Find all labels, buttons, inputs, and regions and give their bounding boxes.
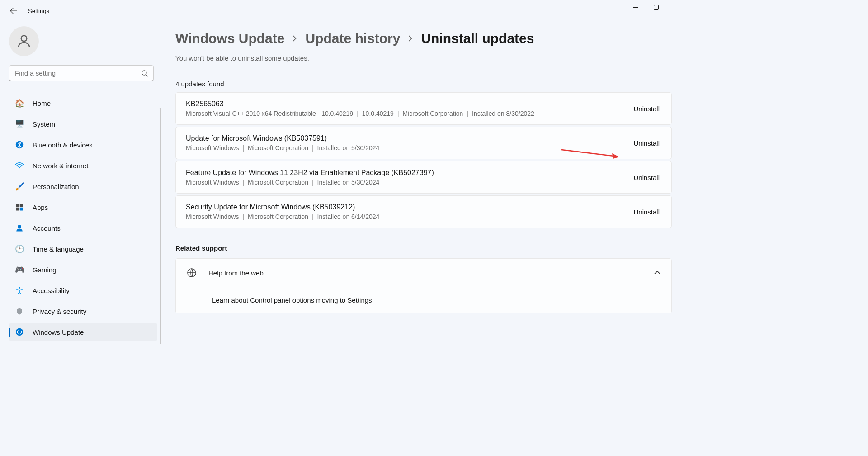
nav-label: Gaming bbox=[33, 266, 57, 274]
nav-personalization[interactable]: 🖌️Personalization bbox=[9, 177, 157, 195]
back-button[interactable] bbox=[9, 6, 18, 15]
nav-accessibility[interactable]: Accessibility bbox=[9, 281, 157, 299]
chevron-right-icon bbox=[292, 35, 298, 42]
nav-accounts[interactable]: Accounts bbox=[9, 219, 157, 237]
uninstall-button[interactable]: Uninstall bbox=[632, 171, 661, 184]
nav-apps[interactable]: Apps bbox=[9, 198, 157, 216]
close-button[interactable] bbox=[666, 0, 687, 14]
breadcrumb-item[interactable]: Update history bbox=[305, 31, 400, 46]
update-icon bbox=[14, 327, 24, 337]
accounts-icon bbox=[14, 223, 24, 233]
nav-system[interactable]: 🖥️System bbox=[9, 115, 157, 133]
nav-bluetooth[interactable]: Bluetooth & devices bbox=[9, 136, 157, 154]
nav-windows-update[interactable]: Windows Update bbox=[9, 323, 157, 341]
nav-gaming[interactable]: 🎮Gaming bbox=[9, 261, 157, 279]
update-meta-part: Microsoft Windows bbox=[186, 213, 239, 220]
maximize-icon bbox=[654, 5, 659, 10]
update-meta: Microsoft Windows|Microsoft Corporation|… bbox=[186, 179, 434, 186]
window-controls bbox=[625, 0, 687, 14]
person-icon bbox=[16, 33, 32, 49]
nav-label: Apps bbox=[33, 204, 48, 211]
nav-network[interactable]: Network & internet bbox=[9, 157, 157, 175]
help-card: Help from the web Learn about Control pa… bbox=[175, 258, 672, 314]
uninstall-button[interactable]: Uninstall bbox=[632, 205, 661, 218]
breadcrumb: Windows Update Update history Uninstall … bbox=[175, 31, 672, 46]
search-icon bbox=[141, 70, 148, 77]
nav-home[interactable]: 🏠Home bbox=[9, 94, 157, 112]
update-meta-part: Installed on 8/30/2022 bbox=[472, 110, 534, 117]
system-icon: 🖥️ bbox=[14, 119, 24, 129]
nav-label: Time & language bbox=[33, 245, 84, 253]
page-subtitle: You won't be able to uninstall some upda… bbox=[175, 54, 672, 62]
update-info: Security Update for Microsoft Windows (K… bbox=[186, 203, 379, 220]
nav-label: Accounts bbox=[33, 224, 61, 232]
separator: | bbox=[312, 144, 314, 152]
nav-label: Privacy & security bbox=[33, 308, 86, 315]
app-title: Settings bbox=[28, 8, 49, 14]
sidebar-scrollbar[interactable] bbox=[160, 108, 161, 344]
wifi-icon bbox=[14, 161, 24, 171]
update-meta: Microsoft Windows|Microsoft Corporation|… bbox=[186, 144, 379, 152]
separator: | bbox=[312, 213, 314, 220]
update-title: Security Update for Microsoft Windows (K… bbox=[186, 203, 379, 211]
update-title: Update for Microsoft Windows (KB5037591) bbox=[186, 134, 379, 142]
uninstall-button[interactable]: Uninstall bbox=[632, 102, 661, 115]
svg-rect-0 bbox=[654, 5, 658, 10]
nav-label: Network & internet bbox=[33, 162, 88, 170]
avatar bbox=[9, 26, 39, 56]
updates-count: 4 updates found bbox=[175, 80, 672, 88]
nav-label: Personalization bbox=[33, 183, 79, 190]
sidebar: 🏠Home 🖥️System Bluetooth & devices Netwo… bbox=[0, 22, 163, 358]
update-meta-part: Microsoft Corporation bbox=[248, 144, 308, 152]
gamepad-icon: 🎮 bbox=[14, 265, 24, 275]
nav-time-language[interactable]: 🕒Time & language bbox=[9, 240, 157, 258]
maximize-button[interactable] bbox=[646, 0, 666, 14]
update-meta-part: Microsoft Visual C++ 2010 x64 Redistribu… bbox=[186, 110, 353, 117]
help-card-header[interactable]: Help from the web bbox=[176, 259, 671, 287]
update-card: Feature Update for Windows 11 23H2 via E… bbox=[175, 161, 672, 194]
search-input[interactable] bbox=[9, 65, 154, 81]
nav-label: Windows Update bbox=[33, 328, 84, 336]
update-info: Update for Microsoft Windows (KB5037591)… bbox=[186, 134, 379, 152]
nav-label: Accessibility bbox=[33, 287, 70, 294]
nav-privacy[interactable]: Privacy & security bbox=[9, 302, 157, 320]
update-meta-part: Microsoft Corporation bbox=[248, 179, 308, 186]
update-title: KB2565063 bbox=[186, 100, 534, 108]
chevron-up-icon bbox=[654, 270, 660, 276]
content-area: Windows Update Update history Uninstall … bbox=[163, 22, 687, 358]
update-meta-part: Installed on 6/14/2024 bbox=[317, 213, 380, 220]
close-icon bbox=[675, 5, 679, 10]
svg-rect-8 bbox=[20, 208, 23, 211]
related-support-heading: Related support bbox=[175, 244, 672, 252]
update-meta: Microsoft Visual C++ 2010 x64 Redistribu… bbox=[186, 110, 534, 117]
breadcrumb-current: Uninstall updates bbox=[421, 31, 534, 46]
nav-list: 🏠Home 🖥️System Bluetooth & devices Netwo… bbox=[9, 94, 157, 341]
minimize-button[interactable] bbox=[625, 0, 646, 14]
uninstall-button[interactable]: Uninstall bbox=[632, 137, 661, 150]
svg-rect-6 bbox=[20, 204, 23, 207]
arrow-left-icon bbox=[10, 7, 17, 14]
svg-point-11 bbox=[16, 328, 24, 336]
update-card: KB2565063Microsoft Visual C++ 2010 x64 R… bbox=[175, 92, 672, 125]
chevron-right-icon bbox=[407, 35, 414, 42]
separator: | bbox=[242, 179, 244, 186]
profile-area[interactable] bbox=[9, 26, 157, 56]
update-meta: Microsoft Windows|Microsoft Corporation|… bbox=[186, 213, 379, 220]
brush-icon: 🖌️ bbox=[14, 181, 24, 191]
update-info: Feature Update for Windows 11 23H2 via E… bbox=[186, 169, 434, 186]
nav-label: Home bbox=[33, 100, 51, 107]
separator: | bbox=[312, 179, 314, 186]
help-title: Help from the web bbox=[208, 269, 654, 277]
breadcrumb-item[interactable]: Windows Update bbox=[175, 31, 284, 46]
search-box bbox=[9, 65, 154, 81]
update-title: Feature Update for Windows 11 23H2 via E… bbox=[186, 169, 434, 177]
separator: | bbox=[397, 110, 399, 117]
apps-icon bbox=[14, 202, 24, 212]
update-info: KB2565063Microsoft Visual C++ 2010 x64 R… bbox=[186, 100, 534, 117]
help-link[interactable]: Learn about Control panel options moving… bbox=[176, 287, 671, 313]
separator: | bbox=[242, 144, 244, 152]
update-card: Security Update for Microsoft Windows (K… bbox=[175, 195, 672, 228]
update-meta-part: Microsoft Corporation bbox=[248, 213, 308, 220]
nav-label: Bluetooth & devices bbox=[33, 141, 93, 149]
home-icon: 🏠 bbox=[14, 98, 24, 108]
